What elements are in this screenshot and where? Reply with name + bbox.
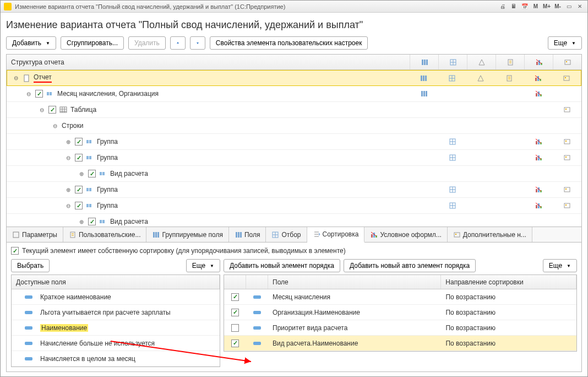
m-button[interactable]: M: [531, 3, 540, 10]
tree-col-icon[interactable]: [496, 214, 524, 227]
tree-col-icon[interactable]: [410, 86, 438, 101]
tree-col-icon[interactable]: [553, 214, 581, 227]
tree-col-icon[interactable]: [410, 214, 438, 227]
tree-col-icon[interactable]: [524, 150, 553, 165]
tree-row[interactable]: ⊕Группа: [7, 134, 581, 150]
tree-col-icon[interactable]: [496, 102, 524, 117]
expand-icon[interactable]: ⊕: [65, 186, 72, 193]
list-item[interactable]: Начисляется в целом за месяц: [12, 351, 220, 367]
row-checkbox[interactable]: [231, 324, 239, 332]
tree-col-icon[interactable]: [467, 118, 496, 133]
tree-row[interactable]: ⊖Строки: [7, 118, 581, 134]
tree-col-icon[interactable]: [438, 182, 467, 197]
tree-col-icon[interactable]: [553, 166, 581, 181]
tree-col-icon[interactable]: [467, 102, 496, 117]
row-checkbox[interactable]: [88, 218, 96, 225]
tree-col-icon[interactable]: [553, 86, 581, 101]
row-checkbox[interactable]: [231, 340, 239, 347]
list-item[interactable]: Наименование: [12, 320, 220, 336]
tree-col-icon[interactable]: [553, 134, 581, 149]
tree-col-icon[interactable]: [410, 182, 438, 197]
tree-col-icon[interactable]: [467, 166, 496, 181]
group-button[interactable]: Сгруппировать...: [61, 36, 124, 50]
tree-col-icon[interactable]: [496, 166, 524, 181]
tree-col-icon[interactable]: [467, 86, 496, 101]
row-checkbox[interactable]: [35, 90, 43, 98]
select-button[interactable]: Выбрать: [11, 259, 50, 272]
expand-icon[interactable]: ⊖: [65, 154, 72, 161]
tree-col-icon[interactable]: [524, 118, 553, 133]
tree-row[interactable]: ⊕Вид расчета: [7, 214, 581, 227]
list-item[interactable]: Начисление больше не используется: [12, 336, 220, 351]
tree-row[interactable]: ⊖Месяц начисления, Организация: [7, 86, 581, 102]
tree-col-icon[interactable]: [496, 198, 524, 213]
own-sort-checkbox[interactable]: [11, 247, 19, 255]
tree-col-icon[interactable]: [467, 214, 496, 227]
tree-col-icon[interactable]: [438, 86, 467, 101]
expand-icon[interactable]: ⊕: [65, 138, 72, 145]
tree-col-icon[interactable]: [410, 150, 438, 165]
tree-row[interactable]: ⊕Вид расчета: [7, 166, 581, 182]
minimize-icon[interactable]: ▭: [564, 3, 573, 10]
tree-col-icon[interactable]: [496, 150, 524, 165]
tree-col-icon[interactable]: [467, 134, 496, 149]
tree-col-icon[interactable]: [524, 71, 552, 85]
table-row[interactable]: Вид расчета.НаименованиеПо возрастанию: [224, 336, 576, 351]
list-item[interactable]: Льгота учитывается при расчете зарплаты: [12, 305, 220, 320]
tab[interactable]: Сортировка: [307, 227, 365, 243]
tree-col-icon[interactable]: [524, 86, 553, 101]
tree-col-icon[interactable]: [496, 118, 524, 133]
tree-col-icon[interactable]: [438, 71, 466, 85]
more-button[interactable]: Еще▼: [548, 36, 582, 50]
row-checkbox[interactable]: [75, 154, 83, 161]
expand-icon[interactable]: ⊖: [25, 90, 32, 97]
left-more-button[interactable]: Еще▼: [186, 259, 220, 272]
tree-col-icon[interactable]: [495, 71, 524, 85]
tree-col-icon[interactable]: [524, 166, 553, 181]
tab[interactable]: Дополнительные н...: [448, 227, 532, 242]
tree-col-icon[interactable]: [409, 71, 438, 85]
tree-col-icon[interactable]: [410, 166, 438, 181]
tree-col-icon[interactable]: [438, 118, 467, 133]
tree-col-icon[interactable]: [524, 214, 553, 227]
tree-col-icon[interactable]: [496, 134, 524, 149]
row-checkbox[interactable]: [231, 309, 239, 316]
add-button[interactable]: Добавить▼: [6, 36, 56, 50]
print-icon[interactable]: 🖨: [498, 3, 507, 10]
table-row[interactable]: Организация.НаименованиеПо возрастанию: [224, 305, 576, 320]
tree-col-icon[interactable]: [466, 71, 495, 85]
tree-row[interactable]: ⊖Таблица: [7, 102, 581, 118]
tree-col-icon[interactable]: [410, 134, 438, 149]
row-checkbox[interactable]: [48, 106, 56, 114]
tree-col-icon[interactable]: [438, 150, 467, 165]
expand-icon[interactable]: ⊖: [65, 202, 72, 209]
tree-col-icon[interactable]: [553, 150, 581, 165]
tree-col-icon[interactable]: [467, 182, 496, 197]
tree-col-icon[interactable]: [553, 182, 581, 197]
tree-col-icon[interactable]: [553, 102, 581, 117]
tree-col-icon[interactable]: [524, 182, 553, 197]
tree-col-icon[interactable]: [410, 102, 438, 117]
tab[interactable]: Отбор: [266, 227, 307, 242]
tree-col-icon[interactable]: [410, 198, 438, 213]
tree-col-icon[interactable]: [553, 198, 581, 213]
tree-col-icon[interactable]: [524, 134, 553, 149]
row-checkbox[interactable]: [75, 138, 83, 146]
tab[interactable]: Группируемые поля: [146, 227, 228, 242]
tree-row[interactable]: ⊕Группа: [7, 182, 581, 198]
table-row[interactable]: Месяц начисленияПо возрастанию: [224, 289, 576, 305]
props-button[interactable]: Свойства элемента пользовательских настр…: [210, 36, 368, 50]
tab[interactable]: Поля: [229, 227, 266, 242]
tree-col-icon[interactable]: [438, 102, 467, 117]
tree-col-icon[interactable]: [524, 102, 553, 117]
tree-col-icon[interactable]: [552, 71, 581, 85]
tree-row[interactable]: ⊖Группа: [7, 198, 581, 214]
tab[interactable]: Условное оформл...: [364, 227, 447, 242]
right-more-button[interactable]: Еще▼: [543, 259, 577, 272]
expand-icon[interactable]: ⊕: [78, 218, 85, 225]
tree-col-icon[interactable]: [438, 198, 467, 213]
tab[interactable]: Параметры: [7, 227, 63, 242]
close-icon[interactable]: ✕: [575, 3, 584, 10]
add-auto-order-button[interactable]: Добавить новый авто элемент порядка: [344, 259, 476, 272]
tree-col-icon[interactable]: [496, 86, 524, 101]
